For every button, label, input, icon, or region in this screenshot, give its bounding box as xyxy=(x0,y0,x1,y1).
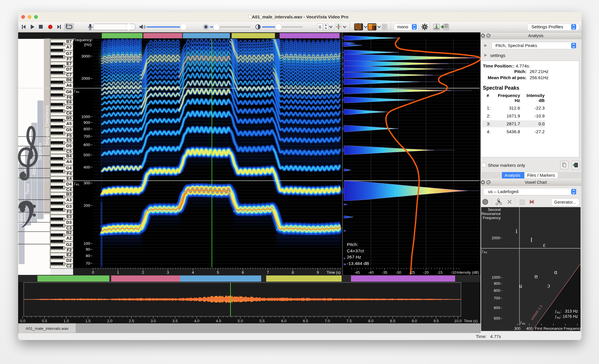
svg-text:F3: F3 xyxy=(67,209,72,214)
svg-text:B2: B2 xyxy=(66,230,72,235)
svg-text:Show markers only: Show markers only xyxy=(488,163,525,168)
svg-text:2: 2 xyxy=(142,270,144,275)
svg-text:80: 80 xyxy=(86,254,90,258)
svg-text:-45: -45 xyxy=(354,270,360,275)
svg-text:4.0: 4.0 xyxy=(194,319,199,323)
svg-text:5: 5 xyxy=(217,270,219,275)
svg-text:R2: R2 xyxy=(76,90,79,93)
svg-text:8: 8 xyxy=(292,270,294,275)
svg-text:i: i xyxy=(516,227,517,235)
svg-text:Analysis: Analysis xyxy=(505,173,520,178)
svg-text:500: 500 xyxy=(494,316,500,320)
svg-text:600: 600 xyxy=(83,143,90,147)
svg-text:R2: R2 xyxy=(484,251,487,254)
svg-text:A3: A3 xyxy=(66,197,72,202)
svg-text:-10.9: -10.9 xyxy=(535,113,545,118)
svg-text:0: 0 xyxy=(92,270,94,275)
svg-text:3000: 3000 xyxy=(81,54,90,58)
svg-text:500: 500 xyxy=(83,153,90,157)
svg-text:3.5: 3.5 xyxy=(172,319,178,323)
svg-text:2871.7: 2871.7 xyxy=(507,121,520,126)
svg-text:#: # xyxy=(487,93,489,98)
svg-text:-20: -20 xyxy=(423,270,429,275)
svg-text:267.21Hz: 267.21Hz xyxy=(530,69,548,74)
svg-text:8.5: 8.5 xyxy=(390,319,395,323)
svg-text:800: 800 xyxy=(83,127,90,131)
svg-text:Generator...: Generator... xyxy=(554,200,576,204)
svg-text:1:: 1: xyxy=(487,105,490,110)
svg-text:Spectral Peaks: Spectral Peaks xyxy=(483,85,519,91)
svg-text:4:: 4: xyxy=(487,129,490,134)
svg-text:4: 4 xyxy=(192,270,194,275)
svg-text:-10: -10 xyxy=(451,270,456,275)
svg-text:Hz: Hz xyxy=(515,98,520,103)
svg-text:8.0: 8.0 xyxy=(368,319,373,323)
svg-text:ʊ: ʊ xyxy=(535,273,538,280)
svg-text:Time (s): Time (s) xyxy=(327,270,340,275)
svg-text:4.5: 4.5 xyxy=(216,319,221,323)
svg-text:-25: -25 xyxy=(409,270,415,275)
svg-text:Frequency: Frequency xyxy=(483,216,501,220)
svg-text:-40: -40 xyxy=(368,270,374,275)
svg-text:200: 200 xyxy=(83,203,90,208)
svg-text:D5: D5 xyxy=(66,143,72,148)
svg-text:E6: E6 xyxy=(66,100,72,104)
svg-text:A5: A5 xyxy=(66,121,72,126)
svg-text:Resonance: Resonance xyxy=(481,212,501,216)
svg-text:256.61Hz: 256.61Hz xyxy=(530,75,548,80)
svg-text:600: 600 xyxy=(494,306,500,310)
svg-text:6.5: 6.5 xyxy=(303,319,308,323)
svg-text:1.0: 1.0 xyxy=(63,319,69,323)
svg-text:Time (s): Time (s) xyxy=(464,319,478,323)
svg-text:-22.3: -22.3 xyxy=(535,105,545,110)
svg-text:400: 400 xyxy=(83,165,90,169)
svg-text:Soprano: Soprano xyxy=(37,143,42,161)
svg-text:5.0: 5.0 xyxy=(238,319,243,323)
svg-text:C5: C5 xyxy=(66,149,72,154)
svg-text:-13.484 dB: -13.484 dB xyxy=(347,261,369,266)
svg-text:1671.9: 1671.9 xyxy=(507,113,520,118)
svg-text:1.5: 1.5 xyxy=(85,319,91,323)
svg-text:E4: E4 xyxy=(66,176,72,181)
svg-text:I: I xyxy=(531,237,533,243)
svg-text:Files / Markers: Files / Markers xyxy=(527,173,555,178)
svg-text:Singable Overtones: Singable Overtones xyxy=(44,105,49,146)
svg-text:0: 0 xyxy=(319,25,321,30)
svg-text:Time:: Time: xyxy=(476,334,487,339)
svg-text:F6: F6 xyxy=(67,95,72,100)
svg-text:Time Position:: 4.774s:: Time Position:: 4.774s: xyxy=(483,63,530,68)
svg-text:C7: C7 xyxy=(66,72,72,77)
svg-text:2000: 2000 xyxy=(81,76,90,81)
svg-text:6: 6 xyxy=(242,270,244,275)
svg-text:700: 700 xyxy=(494,296,500,300)
svg-text:0.0: 0.0 xyxy=(538,121,545,126)
svg-text:4.77s: 4.77s xyxy=(490,334,501,339)
svg-text:1000: 1000 xyxy=(81,115,90,119)
svg-text:C3: C3 xyxy=(66,226,72,230)
svg-text:300: 300 xyxy=(83,181,90,185)
svg-text:ɔ: ɔ xyxy=(548,282,550,289)
svg-text:B7: B7 xyxy=(66,39,72,44)
svg-text:7.5: 7.5 xyxy=(347,319,352,323)
svg-text:Tenor: Tenor xyxy=(25,183,30,195)
svg-text:R2: R2 xyxy=(557,316,560,319)
svg-text:D2: D2 xyxy=(66,258,72,263)
svg-text:C6: C6 xyxy=(66,111,72,115)
svg-text:Pitch:: Pitch: xyxy=(347,242,358,247)
svg-text:D3: D3 xyxy=(66,220,72,225)
svg-text:9: 9 xyxy=(317,270,319,275)
svg-text:-27.2: -27.2 xyxy=(535,129,545,134)
svg-text::: : xyxy=(560,309,562,313)
svg-text:Settings Profiles: Settings Profiles xyxy=(531,24,563,29)
svg-text:Frequency: Frequency xyxy=(73,38,92,42)
svg-text:Frequency: Frequency xyxy=(498,93,520,98)
svg-text:Intensity (dB): Intensity (dB) xyxy=(457,270,479,275)
svg-text:B5: B5 xyxy=(66,116,72,120)
svg-text:Mean Pitch at pos:: Mean Pitch at pos: xyxy=(488,75,526,80)
svg-text:1676 Hz: 1676 Hz xyxy=(563,314,578,319)
svg-text:2:: 2: xyxy=(487,113,490,118)
svg-text:settings: settings xyxy=(490,53,505,58)
svg-text:G5: G5 xyxy=(66,127,72,132)
svg-text:2.0: 2.0 xyxy=(107,319,112,323)
svg-text:A6: A6 xyxy=(66,83,72,88)
